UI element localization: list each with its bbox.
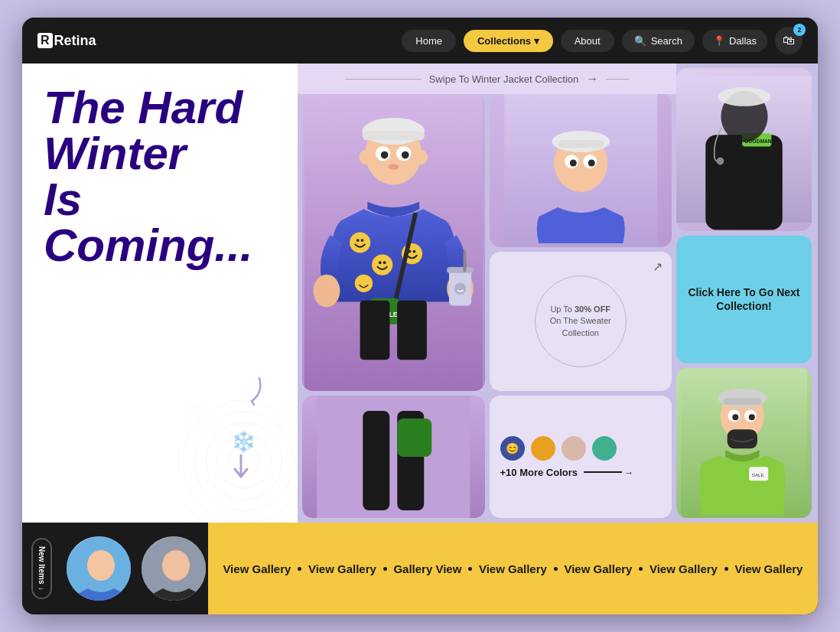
nav-about[interactable]: About [561,30,614,52]
svg-point-45 [588,160,594,167]
svg-point-14 [402,151,409,159]
content-area: The Hard Winter Is Coming... [22,64,818,614]
more-colors-row: +10 More Colors → [500,467,662,478]
swatch-blue[interactable]: 😊 [500,436,525,461]
svg-rect-60 [723,398,761,405]
svg-rect-10 [363,132,425,141]
svg-point-63 [732,414,738,420]
gallery-item-4[interactable]: View Gallery [479,562,547,575]
svg-rect-37 [397,301,427,360]
bottom-circles-row [64,534,208,603]
svg-rect-49 [397,419,431,457]
discount-percent: 30% OFF [575,305,610,314]
gallery-dot-4 [554,567,558,571]
location-icon: 📍 [713,35,725,47]
center-bottom-figure [302,396,485,518]
discount-text: Up To 30% OFF On The Sweater Collection [543,304,618,339]
right-cta-text: Click Here To Go Next Collection! [684,285,804,313]
svg-rect-47 [363,411,389,510]
svg-point-64 [749,414,755,420]
logo: R Retina [37,33,96,49]
gallery-dot-5 [639,567,643,571]
more-colors-arrow-icon: → [623,467,633,478]
browser-window: R Retina Home Collections ▾ About 🔍 Sear… [22,18,818,614]
more-colors-label: +10 More Colors [500,467,578,478]
svg-rect-36 [360,301,390,360]
svg-point-27 [355,275,373,292]
nav-home[interactable]: Home [402,30,456,52]
right-cta-panel[interactable]: Click Here To Go Next Collection! [676,236,812,363]
swatch-orange[interactable] [531,436,555,461]
colors-panel: 😊 +10 More Colors → [490,396,672,518]
logo-text: Retina [54,33,96,49]
right-top-character: GOODMAN [676,68,812,231]
svg-point-22 [379,261,382,264]
external-link-icon: ↗ [653,259,663,274]
svg-point-18 [350,232,370,252]
more-colors-arrow-row: → [584,467,661,478]
new-items-button[interactable]: New Items ↓ [31,538,52,599]
center-inner-grid: COLLECTION [302,94,672,518]
svg-point-56 [717,158,724,165]
discount-panel: ↗ Up To 30% OFF On The Sweater Collectio… [490,252,672,391]
swipe-text: Swipe To Winter Jacket Collection [429,73,579,85]
svg-point-33 [454,282,467,295]
svg-rect-31 [447,267,474,273]
logo-r: R [37,33,53,48]
hero-arrow-decoration [236,374,267,415]
color-swatches: 😊 [500,436,662,461]
gallery-item-7[interactable]: View Gallery [734,562,803,575]
svg-point-71 [162,550,190,581]
svg-rect-32 [463,250,466,272]
gallery-dot-2 [383,567,387,571]
svg-point-44 [569,160,576,167]
new-items-label: New Items [37,546,46,584]
gallery-item-2[interactable]: View Gallery [308,562,376,575]
gallery-dot-3 [468,567,472,571]
circle-image-2 [139,534,208,603]
more-colors-line [584,471,622,473]
down-arrow-icon [230,454,252,484]
snowflake-icon: ❄️ [231,430,256,454]
right-bottom-panel: SALE [676,368,812,518]
svg-point-17 [415,150,428,165]
svg-point-55 [718,87,771,106]
hero-section: The Hard Winter Is Coming... [22,64,298,523]
svg-point-69 [87,550,115,581]
swatch-beige[interactable] [562,436,586,461]
swatch-teal[interactable] [592,436,617,461]
nav-collections[interactable]: Collections ▾ [464,30,553,52]
right-top-panel: GOODMAN [676,68,812,231]
svg-point-16 [360,150,372,165]
swipe-line-left [345,79,422,80]
svg-point-15 [388,164,399,170]
center-top-right-image [490,94,672,247]
gallery-item-1[interactable]: View Gallery [223,562,291,575]
svg-point-23 [383,261,386,264]
blue-sweater-character: COLLECTION [302,94,485,391]
search-icon: 🔍 [634,35,646,47]
nav-search[interactable]: 🔍 Search [622,30,695,52]
bottom-figure-character [302,396,485,518]
svg-rect-51 [705,135,782,230]
center-section: Swipe To Winter Jacket Collection → [298,64,676,523]
nav-cart[interactable]: 🛍 2 [775,27,803,54]
svg-point-13 [381,151,389,159]
gallery-dot-1 [298,567,301,571]
svg-text:SALE: SALE [752,472,764,477]
svg-point-19 [357,239,360,242]
swipe-line-right [606,79,629,80]
cart-badge: 2 [793,24,806,36]
hero-title: The Hard Winter Is Coming... [44,85,276,269]
swipe-arrow-icon: → [586,72,598,86]
new-items-arrow: ↓ [37,587,46,591]
cart-icon: 🛍 [783,34,795,47]
svg-point-26 [412,250,415,253]
right-bottom-character: SALE [676,368,812,518]
nav-location[interactable]: 📍 Dallas [702,30,767,52]
gallery-item-6[interactable]: View Gallery [650,562,718,575]
gallery-item-5[interactable]: View Gallery [564,562,632,575]
svg-rect-46 [317,396,470,518]
swipe-banner: Swipe To Winter Jacket Collection → [298,64,676,94]
gallery-item-3[interactable]: Gallery View [393,562,461,575]
